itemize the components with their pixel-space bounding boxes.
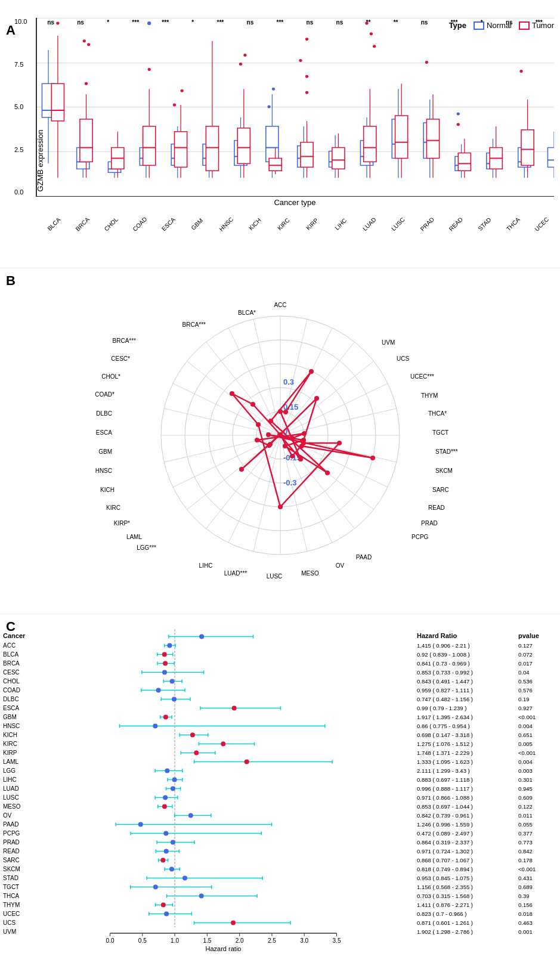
forest-hr-kirc: 1.275 ( 1.076 - 1.512 )	[417, 739, 512, 748]
x-label-stad: STAD	[473, 212, 497, 236]
forest-hrpval-ucs: 0.871 ( 0.601 - 1.261 )0.463	[417, 918, 557, 927]
forest-pval-thca: 0.39	[518, 891, 554, 900]
radar-label-kirp: KIRP*	[113, 520, 129, 527]
svg-point-6	[56, 21, 59, 24]
svg-text:0.0: 0.0	[106, 937, 115, 944]
forest-cancer-ucec: UCEC	[3, 909, 45, 918]
svg-point-184	[290, 454, 295, 459]
x-label-prad: PRAD	[415, 212, 439, 236]
forest-pval-kirc: 0.005	[518, 739, 554, 748]
x-label-luad: LUAD	[358, 212, 382, 236]
svg-point-186	[239, 467, 244, 472]
forest-pval-blca: 0.072	[518, 650, 554, 659]
svg-point-319	[182, 876, 187, 881]
forest-hr-gbm: 1.917 ( 1.395 - 2.634 )	[417, 713, 512, 722]
forest-pval-coad: 0.576	[518, 686, 554, 695]
x-label-chol: CHOL	[99, 212, 123, 236]
svg-point-118	[519, 70, 522, 73]
forest-hrpval-kirp: 1.748 ( 1.371 - 2.229 )<0.001	[417, 748, 557, 757]
forest-hrpval-read: 0.971 ( 0.724 - 1.302 )0.842	[417, 847, 557, 856]
forest-hrpval-paad: 1.246 ( 0.996 - 1.559 )0.055	[417, 820, 557, 829]
radar-label-acc: ACC	[274, 302, 286, 308]
svg-point-299	[163, 831, 168, 836]
x-label-blca: BLCA	[42, 212, 66, 236]
svg-rect-74	[332, 148, 345, 169]
svg-point-163	[309, 369, 314, 374]
svg-point-303	[171, 840, 175, 845]
radar-label-luad: LUAD***	[224, 570, 246, 577]
svg-point-162	[283, 410, 288, 414]
radar-label-brca: BRCA***	[112, 338, 136, 344]
svg-point-14	[87, 43, 90, 46]
forest-pval-uvm: 0.001	[518, 927, 554, 936]
radar-label-pcpg: PCPG	[412, 534, 429, 540]
forest-cancer-tgct: TGCT	[3, 883, 45, 891]
forest-cancer-blca: BLCA	[3, 650, 45, 659]
svg-line-149	[164, 408, 280, 435]
y-label-1: 0.0	[14, 188, 27, 196]
radar-label-hnsc: HNSC	[95, 468, 112, 474]
forest-hr-blca: 0.92 ( 0.839 - 1.008 )	[417, 650, 512, 659]
svg-rect-56	[269, 158, 281, 171]
svg-point-295	[138, 822, 143, 827]
svg-point-247	[163, 715, 168, 720]
svg-point-255	[190, 733, 195, 738]
svg-line-143	[228, 435, 280, 543]
forest-hr-ucec: 0.823 ( 0.7 - 0.966 )	[417, 909, 512, 918]
svg-point-179	[230, 391, 234, 396]
radar-label-dlbc: DLBC	[96, 410, 112, 417]
forest-hr-coad: 0.959 ( 0.827 - 1.111 )	[417, 686, 512, 695]
svg-line-133	[280, 408, 397, 435]
svg-text:3.5: 3.5	[333, 937, 341, 944]
svg-point-68	[305, 91, 308, 94]
forest-cancer-coad: COAD	[3, 686, 45, 695]
svg-line-139	[280, 435, 332, 543]
forest-hrpval-lgg: 2.111 ( 1.299 - 3.43 )0.003	[417, 766, 557, 775]
svg-point-84	[373, 45, 376, 48]
forest-pval-esca: 0.927	[518, 704, 554, 713]
svg-point-168	[266, 432, 271, 437]
forest-cancer-lusc: LUSC	[3, 793, 45, 802]
panel-a: A Type Normal Tumor GZMB expression nsns…	[0, 18, 560, 268]
forest-pval-tgct: 0.689	[518, 883, 554, 891]
svg-point-66	[305, 38, 308, 41]
x-label-kirc: KIRC	[271, 212, 295, 236]
svg-point-183	[301, 441, 306, 445]
radar-container: 0.3 0.15 0 -0.15 -0.3	[0, 268, 560, 602]
svg-point-215	[167, 643, 172, 648]
forest-hrpval-hnsc: 0.86 ( 0.775 - 0.954 )0.004	[417, 722, 557, 730]
svg-rect-42	[206, 126, 218, 171]
svg-point-307	[164, 849, 169, 854]
svg-point-174	[255, 438, 259, 442]
chart-a: GZMB expression nsns***********ns***nsns…	[36, 18, 554, 233]
forest-hrpval-laml: 1.333 ( 1.095 - 1.623 )0.004	[417, 757, 557, 766]
forest-hr-paad: 1.246 ( 0.996 - 1.559 )	[417, 820, 512, 829]
forest-pval-ucec: 0.018	[518, 909, 554, 918]
svg-rect-95	[426, 119, 439, 159]
forest-hrpval-kirc: 1.275 ( 1.076 - 1.512 )0.005	[417, 739, 557, 748]
radar-label-ov: OV	[335, 562, 344, 569]
forest-hr-header: Hazard Ratio	[417, 632, 512, 639]
forest-cancer-stad: STAD	[3, 874, 45, 883]
forest-hrpval-cesc: 0.853 ( 0.733 - 0.992 )0.04	[417, 668, 557, 677]
radar-svg: 0.3 0.15 0 -0.15 -0.3	[24, 274, 537, 596]
radar-label-tgct: TGCT	[432, 429, 448, 436]
svg-point-58	[267, 106, 270, 109]
svg-point-239	[172, 697, 177, 702]
svg-point-104	[457, 123, 460, 126]
forest-cancer-laml: LAML	[3, 757, 45, 766]
svg-point-251	[153, 724, 157, 729]
forest-cancer-meso: MESO	[3, 802, 45, 811]
radar-label-lusc: LUSC	[266, 573, 282, 580]
forest-hr-thym: 1.411 ( 0.876 - 2.271 )	[417, 900, 512, 909]
radar-label-laml: LAML	[126, 534, 142, 540]
forest-hrpval-meso: 0.853 ( 0.697 - 1.044 )0.122	[417, 802, 557, 811]
x-labels: BLCABRCACHOLCOADESCAGBMHNSCKICHKIRCKIRPL…	[37, 222, 554, 228]
forest-pval-paad: 0.055	[518, 820, 554, 829]
svg-point-173	[267, 443, 271, 448]
svg-line-150	[173, 383, 280, 435]
forest-hr-pval: Hazard Ratio pvalue 1.415 ( 0.906 - 2.21…	[414, 620, 557, 969]
forest-cancer-list: ACCBLCABRCACESCCHOLCOADDLBCESCAGBMHNSCKI…	[3, 641, 45, 936]
forest-hr-esca: 0.99 ( 0.79 - 1.239 )	[417, 704, 512, 713]
svg-point-51	[243, 54, 246, 57]
